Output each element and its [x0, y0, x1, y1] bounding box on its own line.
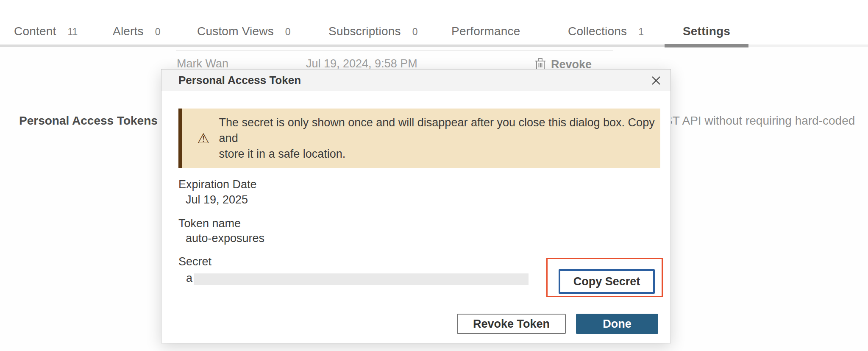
- section-description: ST API without requiring hard-coded: [665, 114, 855, 128]
- tab-content[interactable]: Content 11: [14, 25, 78, 44]
- done-button[interactable]: Done: [576, 314, 658, 334]
- tab-count: 1: [638, 26, 644, 38]
- token-table-header-divider: [176, 50, 613, 51]
- settings-page: Content 11 Alerts 0 Custom Views 0 Subsc…: [0, 0, 868, 351]
- tab-performance[interactable]: Performance: [451, 25, 520, 44]
- tab-alerts[interactable]: Alerts 0: [113, 25, 161, 44]
- secret-masked-bar: [194, 273, 529, 285]
- tab-label: Collections: [568, 25, 627, 38]
- secret-value-start: a: [186, 272, 192, 285]
- warning-message-line2: store it in a safe location.: [219, 146, 660, 162]
- token-name-value: auto-exposures: [186, 232, 264, 245]
- section-label: Personal Access Tokens: [19, 114, 158, 128]
- tab-label: Alerts: [113, 25, 144, 38]
- warning-icon: ⚠: [197, 131, 210, 145]
- expiration-date-label: Expiration Date: [178, 178, 257, 191]
- expiration-date-value: Jul 19, 2025: [186, 193, 248, 206]
- token-row-date: Jul 19, 2024, 9:58 PM: [306, 57, 417, 70]
- trash-icon[interactable]: [535, 58, 546, 70]
- personal-access-token-dialog: Personal Access Token ⚠ The secret is on…: [161, 69, 671, 343]
- tab-label: Custom Views: [197, 25, 274, 38]
- tab-subscriptions[interactable]: Subscriptions 0: [328, 25, 417, 44]
- tab-bar: Content 11 Alerts 0 Custom Views 0 Subsc…: [0, 0, 868, 47]
- tab-custom-views[interactable]: Custom Views 0: [197, 25, 291, 44]
- tab-count: 11: [67, 26, 78, 38]
- warning-message: The secret is only shown once and will d…: [219, 115, 660, 162]
- copy-secret-button[interactable]: Copy Secret: [559, 269, 655, 294]
- warning-message-line1: The secret is only shown once and will d…: [219, 115, 660, 146]
- secret-label: Secret: [178, 255, 211, 268]
- revoke-token-button[interactable]: Revoke Token: [457, 314, 566, 334]
- tab-count: 0: [155, 26, 161, 38]
- tab-label: Subscriptions: [328, 25, 401, 38]
- token-row-creator: Mark Wan: [177, 57, 228, 70]
- tab-collections[interactable]: Collections 1: [568, 25, 644, 44]
- section-divider: [665, 99, 843, 99]
- close-icon[interactable]: [649, 74, 663, 87]
- warning-banner: ⚠ The secret is only shown once and will…: [178, 109, 660, 168]
- tab-label: Settings: [683, 25, 730, 38]
- tab-count: 0: [285, 26, 291, 38]
- tab-settings[interactable]: Settings: [665, 25, 748, 44]
- tab-label: Performance: [451, 25, 520, 38]
- tab-count: 0: [412, 26, 418, 38]
- token-name-label: Token name: [178, 217, 241, 230]
- tab-label: Content: [14, 25, 56, 38]
- active-tab-underline: [665, 44, 748, 47]
- dialog-title: Personal Access Token: [178, 70, 301, 91]
